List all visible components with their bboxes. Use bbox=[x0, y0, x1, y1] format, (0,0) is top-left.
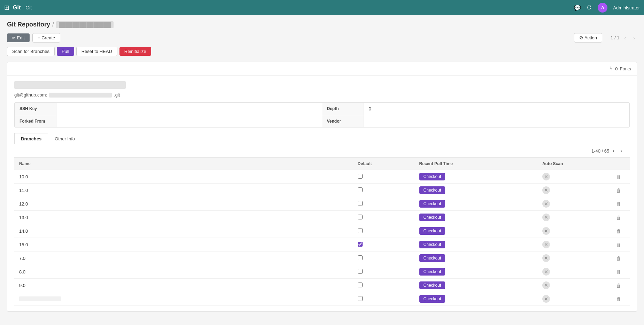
delete-icon[interactable]: 🗑 bbox=[616, 228, 621, 234]
table-row: 13.0 Checkout ✕ 🗑 bbox=[14, 211, 630, 224]
checkout-button[interactable]: Checkout bbox=[419, 295, 445, 303]
autoscan-toggle[interactable]: ✕ bbox=[542, 173, 550, 180]
branch-delete-cell[interactable]: 🗑 bbox=[611, 170, 630, 184]
delete-icon[interactable]: 🗑 bbox=[616, 174, 621, 180]
reset-to-head-button[interactable]: Reset to HEAD bbox=[76, 47, 117, 56]
delete-icon[interactable]: 🗑 bbox=[616, 296, 621, 302]
autoscan-toggle[interactable]: ✕ bbox=[542, 254, 550, 262]
default-checkbox[interactable] bbox=[358, 269, 363, 274]
branch-pulltime-cell: Checkout bbox=[414, 211, 537, 224]
branch-delete-cell[interactable]: 🗑 bbox=[611, 197, 630, 211]
checkout-button[interactable]: Checkout bbox=[419, 268, 445, 276]
default-checkbox[interactable] bbox=[358, 174, 363, 179]
autoscan-toggle[interactable]: ✕ bbox=[542, 227, 550, 235]
branch-delete-cell[interactable]: 🗑 bbox=[611, 279, 630, 292]
checkout-button[interactable]: Checkout bbox=[419, 214, 445, 221]
repo-info: git@github.com: .git SSH Key Depth 0 For… bbox=[7, 76, 637, 311]
checkout-button[interactable]: Checkout bbox=[419, 254, 445, 262]
tab-branches[interactable]: Branches bbox=[14, 133, 48, 144]
next-page-button[interactable]: › bbox=[618, 147, 624, 155]
tab-other-info[interactable]: Other Info bbox=[48, 133, 82, 144]
pull-button[interactable]: Pull bbox=[57, 47, 74, 56]
branch-autoscan-cell[interactable]: ✕ bbox=[537, 252, 611, 265]
scan-branches-button[interactable]: Scan for Branches bbox=[7, 47, 55, 56]
default-checkbox[interactable] bbox=[358, 187, 363, 192]
ssh-key-value bbox=[56, 103, 322, 115]
branch-name-cell: 13.0 bbox=[14, 211, 353, 224]
branch-delete-cell[interactable]: 🗑 bbox=[611, 238, 630, 252]
create-button[interactable]: + Create bbox=[32, 33, 60, 42]
autoscan-toggle[interactable]: ✕ bbox=[542, 200, 550, 208]
branch-default-cell[interactable] bbox=[353, 184, 414, 197]
branch-default-cell[interactable] bbox=[353, 238, 414, 252]
default-checkbox[interactable] bbox=[358, 228, 363, 233]
vendor-label: Vendor bbox=[322, 115, 364, 127]
grid-icon[interactable]: ⊞ bbox=[4, 4, 9, 11]
branch-default-cell[interactable] bbox=[353, 211, 414, 224]
edit-button[interactable]: ✏ Edit bbox=[7, 33, 30, 42]
delete-icon[interactable]: 🗑 bbox=[616, 187, 621, 193]
branch-autoscan-cell[interactable]: ✕ bbox=[537, 292, 611, 306]
table-row: 7.0 Checkout ✕ 🗑 bbox=[14, 252, 630, 265]
reinitialize-button[interactable]: Reinitialize bbox=[119, 47, 151, 56]
toolbar: ✏ Edit + Create ⚙ Action 1 / 1 ‹ › bbox=[7, 33, 637, 42]
delete-icon[interactable]: 🗑 bbox=[616, 215, 621, 220]
branch-autoscan-cell[interactable]: ✕ bbox=[537, 211, 611, 224]
branch-default-cell[interactable] bbox=[353, 265, 414, 279]
default-checkbox[interactable] bbox=[358, 255, 363, 260]
next-record-button[interactable]: › bbox=[631, 34, 637, 42]
branch-autoscan-cell[interactable]: ✕ bbox=[537, 265, 611, 279]
autoscan-toggle[interactable]: ✕ bbox=[542, 295, 550, 303]
default-checkbox[interactable] bbox=[358, 201, 363, 206]
branch-autoscan-cell[interactable]: ✕ bbox=[537, 238, 611, 252]
branch-delete-cell[interactable]: 🗑 bbox=[611, 265, 630, 279]
breadcrumb-section[interactable]: Git Repository bbox=[7, 21, 50, 28]
branch-default-cell[interactable] bbox=[353, 252, 414, 265]
autoscan-toggle[interactable]: ✕ bbox=[542, 241, 550, 248]
branch-default-cell[interactable] bbox=[353, 292, 414, 306]
branch-default-cell[interactable] bbox=[353, 170, 414, 184]
delete-icon[interactable]: 🗑 bbox=[616, 242, 621, 248]
autoscan-toggle[interactable]: ✕ bbox=[542, 268, 550, 276]
checkout-button[interactable]: Checkout bbox=[419, 186, 445, 194]
branch-autoscan-cell[interactable]: ✕ bbox=[537, 184, 611, 197]
default-checkbox[interactable] bbox=[358, 215, 363, 219]
help-icon[interactable]: ⏱ bbox=[587, 5, 592, 11]
autoscan-toggle[interactable]: ✕ bbox=[542, 214, 550, 221]
depth-value: 0 bbox=[364, 103, 630, 115]
table-row: 15.0 Checkout ✕ 🗑 bbox=[14, 238, 630, 252]
prev-page-button[interactable]: ‹ bbox=[611, 147, 616, 155]
avatar[interactable]: A bbox=[598, 3, 607, 13]
branch-delete-cell[interactable]: 🗑 bbox=[611, 292, 630, 306]
branch-autoscan-cell[interactable]: ✕ bbox=[537, 279, 611, 292]
checkout-button[interactable]: Checkout bbox=[419, 200, 445, 208]
prev-record-button[interactable]: ‹ bbox=[622, 34, 628, 42]
autoscan-toggle[interactable]: ✕ bbox=[542, 281, 550, 289]
default-checkbox[interactable] bbox=[358, 283, 363, 287]
autoscan-toggle[interactable]: ✕ bbox=[542, 186, 550, 194]
branch-delete-cell[interactable]: 🗑 bbox=[611, 252, 630, 265]
branch-default-cell[interactable] bbox=[353, 197, 414, 211]
username[interactable]: Administrator bbox=[613, 5, 640, 10]
delete-icon[interactable]: 🗑 bbox=[616, 269, 621, 275]
checkout-button[interactable]: Checkout bbox=[419, 281, 445, 289]
delete-icon[interactable]: 🗑 bbox=[616, 283, 621, 288]
checkout-button[interactable]: Checkout bbox=[419, 173, 445, 180]
delete-icon[interactable]: 🗑 bbox=[616, 201, 621, 207]
branch-autoscan-cell[interactable]: ✕ bbox=[537, 197, 611, 211]
chat-icon[interactable]: 💬 bbox=[574, 5, 581, 11]
default-checkbox[interactable] bbox=[358, 242, 363, 247]
delete-icon[interactable]: 🗑 bbox=[616, 255, 621, 261]
branch-autoscan-cell[interactable]: ✕ bbox=[537, 224, 611, 238]
branch-delete-cell[interactable]: 🗑 bbox=[611, 211, 630, 224]
branch-pulltime-cell: Checkout bbox=[414, 238, 537, 252]
default-checkbox[interactable] bbox=[358, 296, 363, 301]
branch-autoscan-cell[interactable]: ✕ bbox=[537, 170, 611, 184]
branch-default-cell[interactable] bbox=[353, 224, 414, 238]
branch-delete-cell[interactable]: 🗑 bbox=[611, 224, 630, 238]
checkout-button[interactable]: Checkout bbox=[419, 241, 445, 248]
action-button[interactable]: ⚙ Action bbox=[574, 33, 602, 42]
branch-default-cell[interactable] bbox=[353, 279, 414, 292]
branch-delete-cell[interactable]: 🗑 bbox=[611, 184, 630, 197]
checkout-button[interactable]: Checkout bbox=[419, 227, 445, 235]
